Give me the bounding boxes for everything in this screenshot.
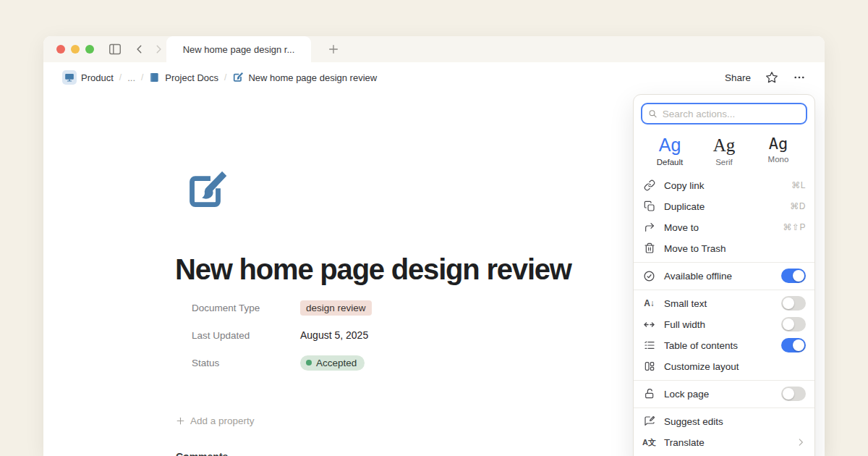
trash-icon <box>642 242 656 254</box>
add-property-label: Add a property <box>190 415 255 426</box>
add-property-button[interactable]: Add a property <box>176 415 255 426</box>
menu-item-move-to[interactable]: Move to ⌘⇧P <box>634 217 814 238</box>
property-row-last-updated[interactable]: Last Updated August 5, 2025 <box>192 321 372 349</box>
menu-item-translate[interactable]: A文 Translate <box>634 432 814 453</box>
customize-layout-icon <box>642 360 656 372</box>
font-label: Default <box>648 158 692 166</box>
full-width-toggle[interactable] <box>781 317 806 332</box>
back-icon[interactable] <box>130 40 149 59</box>
breadcrumb: Product / ... / Project Docs / <box>62 70 725 85</box>
shortcut-hint: ⌘D <box>790 201 806 211</box>
close-window-button[interactable] <box>56 45 65 54</box>
more-options-icon[interactable] <box>793 71 806 84</box>
suggest-edits-icon <box>642 415 656 427</box>
page-brush-icon[interactable] <box>184 169 229 214</box>
menu-item-label: Lock page <box>664 389 773 400</box>
plus-icon <box>176 416 185 426</box>
menu-item-customize-layout[interactable]: Customize layout <box>634 356 814 377</box>
last-updated-value: August 5, 2025 <box>300 329 368 341</box>
menu-item-small-text[interactable]: A↓ Small text <box>634 293 814 314</box>
property-table: Document Type design review Last Updated… <box>192 294 372 376</box>
forward-icon[interactable] <box>149 40 168 59</box>
font-option-serif[interactable]: Ag Serif <box>702 135 746 166</box>
table-of-contents-icon <box>642 339 656 351</box>
menu-item-label: Table of contents <box>664 340 773 351</box>
shortcut-hint: ⌘⇧P <box>783 222 806 232</box>
new-tab-icon[interactable] <box>324 40 343 59</box>
lock-page-toggle[interactable] <box>781 387 806 401</box>
chevron-right-icon <box>796 437 806 447</box>
breadcrumb-separator: / <box>224 72 226 83</box>
menu-item-duplicate[interactable]: Duplicate ⌘D <box>634 196 814 217</box>
menu-item-full-width[interactable]: Full width <box>634 314 814 335</box>
menu-item-label: Duplicate <box>664 201 782 212</box>
breadcrumb-item-project-docs[interactable]: Project Docs <box>149 72 218 83</box>
font-option-default[interactable]: Ag Default <box>648 135 692 166</box>
status-dot-icon <box>306 360 312 366</box>
menu-item-label: Translate <box>664 437 788 448</box>
breadcrumb-item-product[interactable]: Product <box>62 70 114 85</box>
status-badge[interactable]: Accepted <box>300 355 365 371</box>
font-options: Ag Default Ag Serif Ag Mono <box>634 124 814 175</box>
link-icon <box>642 180 656 191</box>
menu-item-label: Move to Trash <box>664 243 806 254</box>
table-of-contents-toggle[interactable] <box>781 338 806 352</box>
property-row-status[interactable]: Status Accepted <box>192 349 372 376</box>
breadcrumb-label: Product <box>81 72 114 83</box>
menu-divider <box>634 262 814 263</box>
screenshot-canvas: New home page design r... Product / ... <box>0 0 868 456</box>
star-icon[interactable] <box>765 71 778 84</box>
header-actions: Share <box>725 71 806 84</box>
menu-item-available-offline[interactable]: Available offline <box>634 266 814 287</box>
menu-item-label: Available offline <box>664 271 773 282</box>
check-circle-icon <box>642 270 656 282</box>
menu-item-table-of-contents[interactable]: Table of contents <box>634 335 814 356</box>
menu-item-label: Full width <box>664 319 773 330</box>
property-row-document-type[interactable]: Document Type design review <box>192 294 372 321</box>
page-title[interactable]: New home page design review <box>175 253 571 286</box>
font-sample: Ag <box>648 135 692 156</box>
menu-item-move-to-trash[interactable]: Move to Trash <box>634 238 814 259</box>
shortcut-hint: ⌘L <box>791 180 806 190</box>
breadcrumb-label: New home page design review <box>248 72 377 83</box>
font-label: Serif <box>702 158 746 166</box>
actions-search-field[interactable] <box>641 103 807 124</box>
font-option-mono[interactable]: Ag Mono <box>757 135 800 166</box>
book-icon <box>149 72 161 83</box>
active-tab[interactable]: New home page design r... <box>166 36 311 62</box>
comments-heading: Comments <box>176 451 228 456</box>
font-label: Mono <box>757 155 800 164</box>
small-text-toggle[interactable] <box>781 296 806 311</box>
move-to-icon <box>642 221 656 233</box>
share-button[interactable]: Share <box>725 72 751 83</box>
menu-item-label: Small text <box>664 298 773 309</box>
search-input[interactable] <box>663 109 800 119</box>
property-label: Document Type <box>192 303 300 313</box>
menu-item-copy-link[interactable]: Copy link ⌘L <box>634 175 814 196</box>
menu-divider <box>634 408 814 408</box>
small-text-icon: A↓ <box>642 298 656 308</box>
page-actions-menu: Ag Default Ag Serif Ag Mono Copy link ⌘L <box>633 94 815 456</box>
breadcrumb-item-collapsed[interactable]: ... <box>127 72 135 83</box>
zoom-window-button[interactable] <box>85 45 94 54</box>
minimize-window-button[interactable] <box>71 45 80 54</box>
breadcrumb-label: Project Docs <box>165 72 218 83</box>
menu-item-label: Suggest edits <box>664 416 806 427</box>
tab-title: New home page design r... <box>183 44 295 55</box>
breadcrumb-item-current-page[interactable]: New home page design review <box>232 72 377 83</box>
sidebar-toggle-icon[interactable] <box>106 40 124 59</box>
menu-item-suggest-edits[interactable]: Suggest edits <box>634 411 814 432</box>
available-offline-toggle[interactable] <box>781 269 806 283</box>
menu-divider <box>634 380 814 381</box>
document-type-badge[interactable]: design review <box>300 300 372 316</box>
menu-divider <box>634 290 814 290</box>
brush-page-icon <box>232 72 244 83</box>
monitor-icon <box>62 70 77 85</box>
duplicate-icon <box>642 200 656 212</box>
menu-item-lock-page[interactable]: Lock page <box>634 384 814 405</box>
property-label: Last Updated <box>192 330 300 341</box>
full-width-icon <box>642 318 656 331</box>
search-icon <box>648 109 658 119</box>
menu-item-label: Copy link <box>664 180 783 191</box>
property-label: Status <box>192 358 300 368</box>
